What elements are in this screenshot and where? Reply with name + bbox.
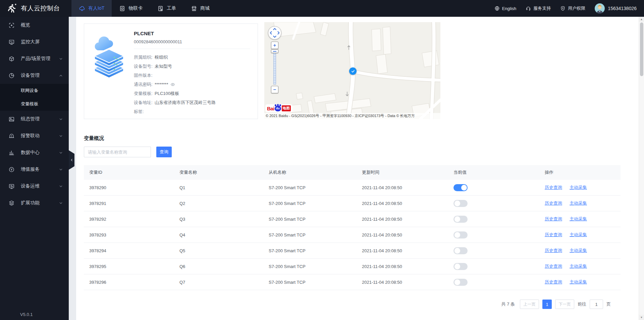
scada-icon [8,116,15,122]
device-field-row: 设备型号:未知型号 [134,62,250,71]
globe-icon [494,6,500,11]
slave-name: S7-200 Smart TCP [269,248,362,253]
eye-icon[interactable] [170,82,175,87]
sidebar-item-monitor-screen[interactable]: 监控大屏 [0,34,69,50]
variable-search-input[interactable] [84,147,151,157]
sidebar-subitem-networked-devices[interactable]: 联网设备 [0,84,69,97]
total-count: 共 7 条 [501,301,515,307]
next-page-button[interactable]: 下一页 [555,300,574,309]
variable-id: 3978293 [84,232,179,237]
sidebar-subitem-variable-templates[interactable]: 变量模板 [0,97,69,111]
manual-collect-link[interactable]: 主动采集 [570,216,587,221]
history-query-link[interactable]: 历史查询 [545,185,562,190]
current-value-toggle[interactable] [453,263,468,270]
table-row: 3978292Q3S7-200 Smart TCP2021-11-04 20:0… [84,211,621,227]
history-query-link[interactable]: 历史查询 [545,216,562,221]
update-time: 2021-11-04 20:08:50 [362,217,453,222]
manual-collect-link[interactable]: 主动采集 [570,201,587,206]
sidebar-item-alarm-linkage[interactable]: 报警联动 [0,127,69,144]
history-query-link[interactable]: 历史查询 [545,248,562,253]
toggle-knob [454,216,460,222]
table-row: 3978293Q4S7-200 Smart TCP2021-11-04 20:0… [84,227,621,243]
variable-id: 3978290 [84,185,179,190]
update-time: 2021-11-04 20:08:50 [362,264,453,269]
variable-id: 3978295 [84,264,179,269]
variable-id: 3978294 [84,248,179,253]
headset-icon [526,6,531,11]
user-permission[interactable]: 用户权限 [560,5,585,11]
chevron-down-icon [59,151,63,155]
prev-page-button[interactable]: 上一页 [520,300,539,309]
device-ops-icon [8,183,15,190]
tab-work-order[interactable]: 工单 [150,0,183,17]
table-body: 3978290Q1S7-200 Smart TCP2021-11-04 20:0… [84,180,621,290]
search-button[interactable]: 查询 [156,147,172,157]
table-header: 变量ID变量名称从机名称更新时间当前值操作 [84,165,621,180]
manual-collect-link[interactable]: 主动采集 [570,185,587,190]
variable-name: Q6 [179,264,269,269]
current-value-toggle[interactable] [453,279,468,286]
manual-collect-link[interactable]: 主动采集 [570,264,587,269]
sidebar-item-extended-functions[interactable]: 扩展功能 [0,195,69,211]
history-query-link[interactable]: 历史查询 [545,201,562,206]
history-query-link[interactable]: 历史查询 [545,232,562,237]
sidebar-item-scada-mgmt[interactable]: 组态管理 [0,111,69,127]
app-title: 有人云控制台 [21,4,60,13]
device-icon [8,72,15,79]
device-location-marker[interactable] [349,67,357,75]
update-time: 2021-11-04 20:08:50 [362,280,453,285]
baidu-paw-icon: du [275,106,281,111]
sidebar-item-value-added-services[interactable]: 增值服务 [0,161,69,178]
toggle-knob [454,232,460,238]
variable-search-row: 查询 [84,147,172,157]
current-value-toggle[interactable] [453,247,468,254]
big-screen-icon [8,39,15,45]
current-value-toggle[interactable] [453,200,468,207]
alarm-icon [8,133,15,139]
scroll-down-arrow-icon[interactable]: ▼ [639,315,644,320]
history-query-link[interactable]: 历史查询 [545,264,562,269]
vertical-scrollbar[interactable]: ▲ ▼ [639,17,644,320]
table-row: 3978294Q5S7-200 Smart TCP2021-11-04 20:0… [84,243,621,259]
toggle-knob [454,201,460,206]
service-support[interactable]: 服务支持 [526,5,551,11]
sidebar-item-device-mgmt[interactable]: 设备管理 [0,67,69,84]
table-row: 3978295Q6S7-200 Smart TCP2021-11-04 20:0… [84,259,621,274]
location-map[interactable]: + − Bai du 地图 © 2021 Baidu - GS(2021)602… [264,22,440,119]
map-zoom-track[interactable] [273,50,276,85]
current-page-button[interactable]: 1 [542,300,552,309]
scrollbar-thumb[interactable] [640,22,643,76]
sidebar-item-product-scene-mgmt[interactable]: 产品/场景管理 [0,50,69,67]
manual-collect-link[interactable]: 主动采集 [570,248,587,253]
manual-collect-link[interactable]: 主动采集 [570,279,587,284]
slave-name: S7-200 Smart TCP [269,264,362,269]
device-field-row: 变量模板:PLC100模板 [134,89,250,98]
sidebar-item-data-center[interactable]: 数据中心 [0,144,69,161]
chevron-down-icon [59,168,63,171]
map-zoom-slider-handle[interactable] [271,49,278,53]
tab-usr-iot[interactable]: 有人IoT [71,0,112,17]
column-header: 更新时间 [362,169,453,175]
map-pan-control[interactable] [268,26,281,40]
language-switch[interactable]: English [494,6,517,11]
current-value-toggle[interactable] [453,184,468,191]
scroll-up-arrow-icon[interactable]: ▲ [639,17,644,22]
user-account[interactable]: 15634138026 [595,3,637,13]
tab-iot-card[interactable]: 物联卡 [112,0,150,17]
map-zoom-in-button[interactable]: + [271,42,278,49]
history-query-link[interactable]: 历史查询 [545,279,562,284]
sidebar-item-overview[interactable]: 概览 [0,17,69,34]
tab-mall[interactable]: 商城 [183,0,217,17]
manual-collect-link[interactable]: 主动采集 [570,232,587,237]
sidebar-item-device-ops[interactable]: 设备运维 [0,178,69,195]
sidebar-submenu: 联网设备变量模板 [0,84,69,111]
current-value-toggle[interactable] [453,231,468,238]
goto-page-input[interactable] [590,300,603,309]
current-value-toggle[interactable] [453,216,468,223]
cloud-server-illustration-icon [84,24,134,119]
product-icon [8,56,15,62]
slave-name: S7-200 Smart TCP [269,185,362,190]
variable-name: Q2 [179,201,269,206]
cloud-icon [79,5,85,12]
map-zoom-out-button[interactable]: − [271,86,278,93]
